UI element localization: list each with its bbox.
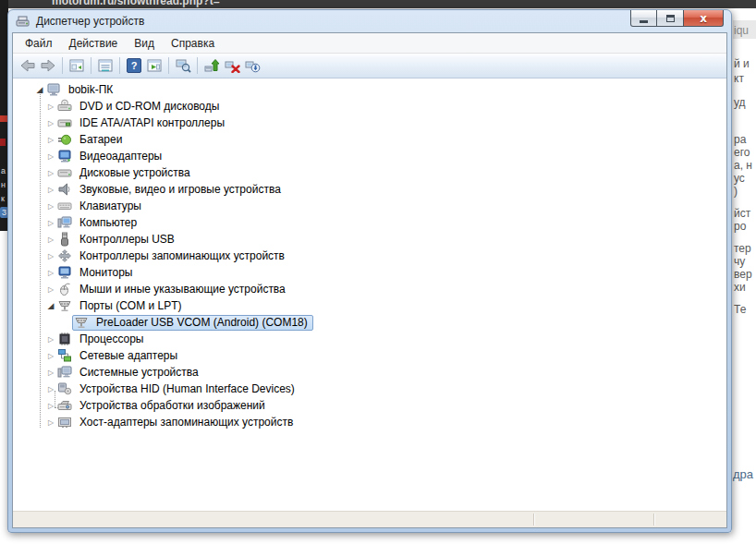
tree-item-storage-controllers[interactable]: ▷ Контроллеры запоминающих устройств: [13, 248, 726, 264]
tree-item-label: Устройства HID (Human Interface Devices): [77, 381, 298, 396]
background-text-fragment: йст: [734, 207, 750, 220]
expander-collapsed-icon[interactable]: ▷: [46, 219, 55, 227]
serial-port-icon: [74, 315, 90, 330]
tree-item-sound-devices[interactable]: ▷ Звуковые, видео и игровые устройства: [13, 181, 726, 198]
tree-item-ports[interactable]: ◢ Порты (COM и LPT): [13, 297, 726, 314]
show-action-pane-button[interactable]: [144, 55, 165, 76]
back-button[interactable]: [18, 55, 38, 76]
show-console-tree-button[interactable]: [67, 55, 87, 76]
tree-item-label: Мыши и иные указывающие устройства: [77, 282, 288, 296]
background-text-fragment: a: [1, 166, 6, 175]
toolbar-separator: [62, 57, 63, 74]
tree-item-system-devices[interactable]: ▷ Системные устройства: [13, 364, 726, 381]
search-device-icon: [176, 58, 191, 73]
network-adapter-icon: [57, 348, 73, 363]
background-text-fragment: й и: [734, 57, 750, 70]
close-button[interactable]: x: [684, 10, 724, 27]
uninstall-device-button[interactable]: [222, 55, 242, 76]
display-adapter-icon: [57, 149, 73, 163]
tree-item-label: Хост-адаптеры запоминающих устройств: [77, 415, 296, 429]
expander-collapsed-icon[interactable]: ▷: [46, 385, 55, 393]
expander-collapsed-icon[interactable]: ▷: [46, 169, 55, 177]
mouse-icon: [57, 282, 73, 296]
minimize-button[interactable]: [630, 10, 657, 27]
background-text-fragment: дра: [733, 467, 753, 481]
maximize-button[interactable]: [657, 10, 684, 27]
help-icon: ?: [127, 58, 141, 73]
tree-item-label: Звуковые, видео и игровые устройства: [77, 182, 284, 197]
device-tree: ◢ bobik-ПК ▷ DVD и CD-ROM дисководы ▷: [13, 79, 726, 511]
expander-collapsed-icon[interactable]: ▷: [46, 103, 55, 111]
background-text-fragment: Те: [734, 303, 746, 316]
toolbar-separator: [197, 57, 198, 74]
tree-item-imaging-devices[interactable]: ▷ Устройства обработки изображений: [13, 397, 726, 414]
properties-button[interactable]: [95, 55, 116, 76]
expander-collapsed-icon[interactable]: ▷: [46, 202, 55, 211]
tree-item-root-computer[interactable]: ◢ bobik-ПК: [13, 81, 726, 98]
expander-collapsed-icon[interactable]: ▷: [46, 186, 55, 194]
toolbar: ?: [13, 54, 726, 79]
menu-help[interactable]: Справка: [163, 34, 223, 53]
window-title: Диспетчер устройств: [36, 15, 144, 28]
tree-item-processors[interactable]: ▷ Процессоры: [13, 331, 726, 347]
tree-item-keyboards[interactable]: ▷ Клавиатуры: [13, 198, 726, 214]
expander-collapsed-icon[interactable]: ▷: [46, 152, 55, 161]
selected-item-highlight: PreLoader USB VCOM (Android) (COM18): [72, 315, 313, 331]
background-red-fragment: [0, 139, 6, 146]
expander-expanded-icon[interactable]: ◢: [35, 85, 44, 94]
tree-item-hid-devices[interactable]: ▷ Устройства HID (Human Interface Device…: [13, 381, 726, 397]
tree-item-display-adapters[interactable]: ▷ Видеоадаптеры: [13, 148, 726, 164]
serial-port-icon: [57, 298, 73, 313]
hid-device-icon: [57, 381, 73, 396]
tree-item-network-adapters[interactable]: ▷ Сетевые адаптеры: [13, 347, 726, 364]
menu-action[interactable]: Действие: [61, 34, 127, 53]
tree-item-mice[interactable]: ▷ Мыши и иные указывающие устройства: [13, 281, 726, 297]
tree-item-computer[interactable]: ▷ Компьютер: [13, 214, 726, 231]
expander-collapsed-icon[interactable]: ▷: [46, 352, 55, 360]
expander-collapsed-icon[interactable]: ▷: [46, 136, 55, 144]
update-driver-icon: [204, 58, 220, 73]
menu-file[interactable]: Файл: [17, 34, 61, 53]
help-button[interactable]: ?: [124, 55, 144, 76]
forward-icon: [40, 58, 56, 73]
title-bar[interactable]: Диспетчер устройств x: [8, 10, 731, 32]
expander-collapsed-icon[interactable]: ▷: [46, 269, 55, 277]
tree-item-batteries[interactable]: ▷ Батареи: [13, 131, 726, 148]
update-driver-button[interactable]: [201, 55, 222, 76]
tree-item-preloader-port[interactable]: PreLoader USB VCOM (Android) (COM18): [13, 314, 726, 331]
expander-collapsed-icon[interactable]: ▷: [46, 418, 55, 427]
tree-item-label: Дисковые устройства: [77, 165, 193, 180]
scan-hardware-changes-button[interactable]: [242, 55, 262, 76]
toolbar-separator: [168, 57, 169, 74]
expander-collapsed-icon[interactable]: ▷: [46, 369, 55, 377]
computer-device-icon: [57, 215, 73, 230]
tree-item-usb-controllers[interactable]: ▷ Контроллеры USB: [13, 231, 726, 248]
background-text-fragment: чу: [734, 255, 745, 268]
tree-item-label: Системные устройства: [77, 365, 201, 380]
tree-item-monitors[interactable]: ▷ Мониторы: [13, 264, 726, 281]
usb-icon: [57, 232, 73, 247]
dvd-drive-icon: [57, 99, 73, 114]
tree-item-label: Видеоадаптеры: [77, 149, 165, 163]
tree-item-label: Порты (COM и LPT): [77, 298, 185, 313]
expander-expanded-icon[interactable]: ◢: [46, 301, 55, 310]
background-text-fragment: уд: [734, 96, 746, 109]
expander-collapsed-icon[interactable]: ▷: [46, 285, 55, 294]
menu-view[interactable]: Вид: [126, 34, 163, 53]
expander-collapsed-icon[interactable]: ▷: [46, 236, 55, 244]
tree-item-label: PreLoader USB VCOM (Android) (COM18): [93, 315, 311, 330]
expander-collapsed-icon[interactable]: ▷: [46, 252, 55, 260]
background-text-fragment: iqu: [734, 24, 749, 37]
forward-button[interactable]: [38, 55, 58, 76]
tree-item-label: Контроллеры USB: [77, 232, 177, 247]
expander-collapsed-icon[interactable]: ▷: [46, 119, 55, 127]
tree-item-disk-drives[interactable]: ▷ Дисковые устройства: [13, 164, 726, 181]
tree-item-host-adapters[interactable]: ▷ Хост-адаптеры запоминающих устройств: [13, 414, 726, 430]
tree-item-dvd-cdrom[interactable]: ▷ DVD и CD-ROM дисководы: [13, 98, 726, 115]
expander-collapsed-icon[interactable]: ▷: [46, 402, 55, 410]
expander-collapsed-icon[interactable]: ▷: [46, 335, 55, 344]
system-device-icon: [57, 365, 73, 380]
tree-item-ide-controllers[interactable]: ▷ IDE ATA/ATAPI контроллеры: [13, 115, 726, 131]
search-device-button[interactable]: [173, 55, 193, 76]
tree-item-label: Процессоры: [77, 332, 147, 346]
